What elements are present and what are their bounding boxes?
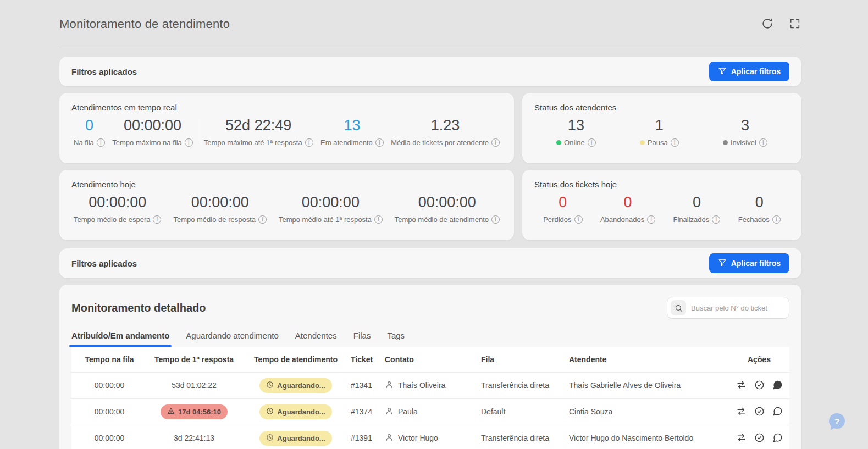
ticket-search-input[interactable] <box>691 304 783 312</box>
queue-time: 00:00:00 <box>71 425 147 449</box>
resolve-button[interactable] <box>754 406 765 417</box>
col-acoes: Ações <box>729 347 789 372</box>
transfer-icon <box>736 410 747 418</box>
info-icon[interactable] <box>374 215 383 224</box>
cards-row-today: Atendimento hoje 00:00:00 Tempo médio de… <box>59 170 801 240</box>
ticket-number[interactable]: #1391 <box>351 425 385 449</box>
detail-title: Monitoramento detalhado <box>71 302 206 314</box>
stat-tempo-maximo-resposta: 52d 22:49 Tempo máximo até 1ª resposta <box>202 117 316 147</box>
first-response-time: 3d 22:41:13 <box>147 425 241 449</box>
tab-filas[interactable]: Filas <box>353 331 371 347</box>
tab-aguardando-atendimento[interactable]: Aguardando atendimento <box>186 331 278 347</box>
info-icon[interactable] <box>375 138 384 147</box>
first-response-alert-badge: 17d 04:56:10 <box>161 404 228 419</box>
col-tempo-na-fila: Tempo na fila <box>71 347 147 372</box>
contact-name: Paula <box>398 407 418 416</box>
filters-bar-bottom: Filtros aplicados Aplicar filtros <box>59 248 801 278</box>
resolve-button[interactable] <box>754 380 765 391</box>
stat-fechados: 0 Fechados <box>736 193 783 224</box>
tab-atendentes[interactable]: Atendentes <box>295 331 337 347</box>
col-ticket: Ticket <box>351 347 385 372</box>
person-icon <box>385 407 394 417</box>
transfer-button[interactable] <box>736 380 747 391</box>
info-icon[interactable] <box>772 215 781 224</box>
info-icon[interactable] <box>97 138 105 147</box>
card-today-title: Atendimento hoje <box>71 180 502 189</box>
info-icon[interactable] <box>588 138 596 147</box>
help-button[interactable]: ? <box>829 413 845 429</box>
table-row: 00:00:00 17d 04:56:10 Aguardando... #137… <box>71 398 789 425</box>
card-tickets-today: Status dos tickets hoje 0 Perdidos 0 Aba… <box>522 170 801 240</box>
status-badge: Aguardando... <box>259 378 331 393</box>
transfer-button[interactable] <box>736 406 747 417</box>
queue-time: 00:00:00 <box>71 372 147 398</box>
agent-name: Victor Hugo do Nascimento Bertoldo <box>569 425 729 449</box>
info-icon[interactable] <box>491 215 500 224</box>
topbar: Monitoramento de atendimento <box>59 0 801 48</box>
stat-divider <box>198 119 198 145</box>
stat-em-atendimento: 13 Em atendimento <box>318 117 386 147</box>
pause-dot <box>640 140 645 145</box>
refresh-button[interactable] <box>761 18 774 31</box>
contact-name: Thaís Oliveira <box>398 381 445 390</box>
table-row: 00:00:00 53d 01:02:22 Aguardando... #134… <box>71 372 789 398</box>
queue-name: Transferência direta <box>481 372 569 398</box>
clock-icon <box>266 407 274 417</box>
status-badge: Aguardando... <box>259 431 331 446</box>
tab-tags[interactable]: Tags <box>387 331 405 347</box>
card-today: Atendimento hoje 00:00:00 Tempo médio de… <box>59 170 514 240</box>
info-icon[interactable] <box>153 215 161 224</box>
info-icon[interactable] <box>647 215 655 224</box>
chat-button[interactable] <box>772 380 783 391</box>
first-response-time: 53d 01:02:22 <box>147 372 241 398</box>
table-row: 00:00:00 3d 22:41:13 Aguardando... #1391… <box>71 425 789 449</box>
queue-time: 00:00:00 <box>71 398 147 425</box>
agent-name: Cintia Souza <box>569 398 729 425</box>
apply-filters-button-top[interactable]: Aplicar filtros <box>709 62 789 81</box>
person-icon <box>385 380 394 391</box>
col-contato: Contato <box>385 347 481 372</box>
invisible-dot <box>723 140 728 145</box>
refresh-icon <box>761 23 773 31</box>
chat-button[interactable] <box>772 406 783 417</box>
info-icon[interactable] <box>759 138 767 147</box>
stat-na-fila: 0 Na fila <box>71 117 107 147</box>
fullscreen-icon <box>789 23 801 31</box>
stat-perdidos: 0 Perdidos <box>541 193 584 224</box>
info-icon[interactable] <box>671 138 679 147</box>
card-realtime-title: Atendimentos em tempo real <box>71 103 502 112</box>
info-icon[interactable] <box>305 138 313 147</box>
chat-button[interactable] <box>772 433 783 444</box>
check-circle-icon <box>754 384 765 392</box>
clock-icon <box>266 434 274 443</box>
chat-icon <box>772 384 783 392</box>
apply-filters-label: Aplicar filtros <box>731 67 781 76</box>
stat-tempo-medio-resposta: 00:00:00 Tempo médio de resposta <box>171 193 269 224</box>
check-circle-icon <box>754 436 765 445</box>
ticket-number[interactable]: #1341 <box>351 372 385 398</box>
card-tickets-today-title: Status dos tickets hoje <box>534 180 789 189</box>
transfer-button[interactable] <box>736 433 747 444</box>
detail-tabs: Atribuído/Em andamento Aguardando atendi… <box>71 331 789 347</box>
ticket-search-box[interactable] <box>667 297 789 319</box>
info-icon[interactable] <box>185 138 193 147</box>
fullscreen-button[interactable] <box>788 18 801 31</box>
apply-filters-button-bottom[interactable]: Aplicar filtros <box>709 253 789 273</box>
col-atendente: Atendente <box>569 347 729 372</box>
warning-icon <box>167 407 175 417</box>
card-realtime: Atendimentos em tempo real 0 Na fila 00:… <box>59 93 514 163</box>
col-tempo-atendimento: Tempo de atendimento <box>241 347 351 372</box>
online-dot <box>556 140 561 145</box>
tab-atribuido-em-andamento[interactable]: Atribuído/Em andamento <box>71 331 169 347</box>
check-circle-icon <box>754 410 765 418</box>
info-icon[interactable] <box>491 138 500 147</box>
info-icon[interactable] <box>258 215 267 224</box>
ticket-number[interactable]: #1374 <box>351 398 385 425</box>
info-icon[interactable] <box>574 215 583 224</box>
resolve-button[interactable] <box>754 433 765 444</box>
page-title: Monitoramento de atendimento <box>59 17 230 31</box>
monitoring-page: Monitoramento de atendimento Filtros apl… <box>0 0 868 449</box>
card-agent-status-title: Status dos atendentes <box>534 103 789 112</box>
col-tempo-primeira-resposta: Tempo de 1ª resposta <box>147 347 241 372</box>
info-icon[interactable] <box>712 215 720 224</box>
